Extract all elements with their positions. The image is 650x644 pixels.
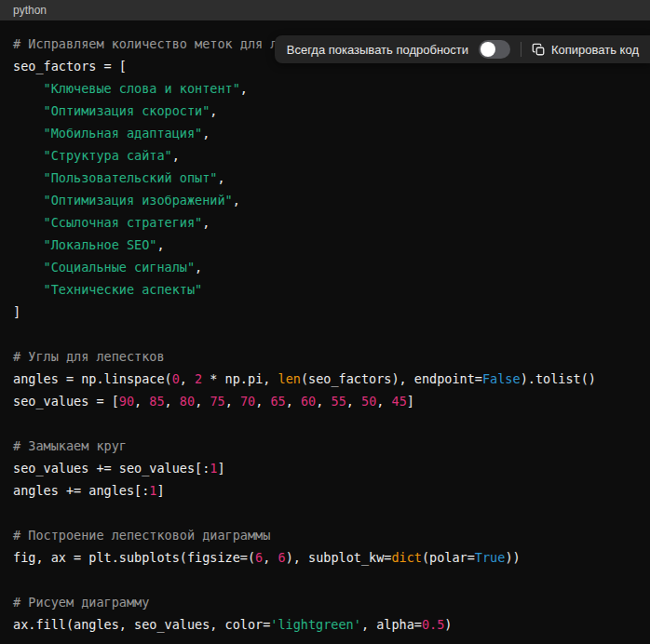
code-token: 0.5 [422, 617, 444, 632]
code-line: "Структура сайта", [13, 144, 637, 167]
code-token: "Технические аспекты" [44, 282, 203, 297]
code-token: "Оптимизация изображений" [44, 193, 233, 208]
code-line: "Ключевые слова и контент", [13, 77, 637, 100]
code-token: )) [505, 550, 520, 565]
code-line: angles += angles[:1] [13, 479, 637, 502]
code-token: angles += angles[: [13, 483, 149, 498]
code-token: "Структура сайта" [44, 148, 172, 163]
code-line: "Оптимизация изображений", [13, 189, 637, 211]
code-token: False [482, 371, 521, 386]
code-token: "Оптимизация скорости" [44, 103, 210, 118]
code-line: # Углы для лепестков [13, 345, 637, 368]
code-token: , [165, 394, 180, 409]
code-token: # Замыкаем круг [13, 438, 127, 453]
code-token [13, 81, 44, 96]
code-token: , [263, 550, 278, 565]
code-token: seo_values += seo_values[: [13, 461, 210, 476]
code-token: , [286, 394, 301, 409]
code-token: 70 [240, 394, 255, 409]
code-line: fig, ax = plt.subplots(figsize=(6, 6), s… [13, 546, 637, 569]
code-editor: # Исправляем количество меток для лепест… [0, 20, 650, 636]
code-token: 55 [332, 394, 346, 409]
code-line [13, 412, 637, 435]
code-token: , [316, 394, 331, 409]
code-token: "Пользовательский опыт" [44, 170, 218, 185]
code-token: # Построение лепестковой диаграммы [13, 528, 270, 543]
code-block: python # Исправляем количество меток для… [0, 0, 650, 644]
toggle-knob [481, 42, 495, 57]
code-token: 75 [210, 394, 224, 409]
code-line: "Пользовательский опыт", [13, 167, 637, 189]
code-token [13, 148, 44, 163]
code-line: ax.fill(angles, seo_values, color='light… [13, 613, 637, 636]
code-token: 60 [301, 394, 316, 409]
code-line [13, 323, 637, 345]
code-token: # Рисуем диаграмму [13, 595, 149, 610]
code-token: , [233, 193, 240, 208]
code-token: , [180, 371, 195, 386]
code-token: , [134, 394, 149, 409]
code-token: "Ключевые слова и контент" [44, 81, 240, 96]
code-block-header: python [0, 0, 650, 20]
code-token: "Ссылочная стратегия" [44, 215, 203, 230]
code-token [13, 170, 44, 185]
copy-icon [532, 43, 546, 57]
code-token: 6 [255, 550, 263, 565]
code-token [13, 193, 44, 208]
code-token: , [255, 394, 270, 409]
code-line: "Оптимизация скорости", [13, 100, 637, 122]
code-token: "Мобильная адаптация" [44, 126, 203, 141]
code-token [13, 103, 44, 118]
toolbar-divider [521, 42, 521, 57]
code-token: (seo_factors), endpoint= [301, 371, 482, 386]
code-token: * np.pi, [202, 371, 278, 386]
code-token: ] [13, 304, 20, 319]
code-token: 'lightgreen' [270, 617, 361, 632]
code-line: angles = np.linspace(0, 2 * np.pi, len(s… [13, 368, 637, 390]
code-token: angles = np.linspace( [13, 371, 172, 386]
code-token: , [202, 215, 210, 230]
copy-code-button[interactable]: Копировать код [532, 43, 639, 57]
code-line: # Построение лепестковой диаграммы [13, 524, 637, 546]
code-token: (polar= [422, 550, 475, 565]
code-token: seo_values = [ [13, 394, 119, 409]
code-token: , [346, 394, 361, 409]
code-token: fig, ax = plt.subplots(figsize=( [13, 550, 255, 565]
code-token: , [210, 103, 217, 118]
code-token: ] [407, 394, 414, 409]
code-token: dict [391, 550, 422, 565]
code-token: , [195, 394, 210, 409]
code-token: , [225, 394, 240, 409]
code-token: ax.fill(angles, seo_values, color= [13, 617, 270, 632]
code-token: ).tolist() [521, 371, 596, 386]
code-token: "Локальное SEO" [44, 237, 157, 252]
code-token: , [217, 170, 224, 185]
code-token: True [475, 550, 506, 565]
code-line: seo_values += seo_values[:1] [13, 457, 637, 479]
code-line: "Ссылочная стратегия", [13, 211, 637, 234]
code-token: , [202, 126, 210, 141]
code-line: # Рисуем диаграмму [13, 591, 637, 613]
code-token: , [376, 394, 391, 409]
code-language-label: python [13, 5, 47, 16]
code-line: "Локальное SEO", [13, 234, 637, 256]
code-toolbar: Всегда показывать подробности Копировать… [275, 35, 650, 63]
code-token: ] [156, 483, 164, 498]
code-token: 85 [149, 394, 164, 409]
code-token: ) [444, 617, 452, 632]
code-token: len [278, 371, 301, 386]
code-token: "Социальные сигналы" [44, 260, 196, 275]
always-show-details-label: Всегда показывать подробности [287, 43, 468, 57]
code-token [13, 237, 44, 252]
code-token: # Углы для лепестков [13, 349, 165, 364]
code-line [13, 569, 637, 591]
code-line: # Замыкаем круг [13, 435, 637, 457]
always-show-details-toggle[interactable] [479, 40, 510, 59]
code-line: "Социальные сигналы", [13, 256, 637, 278]
code-token: , [172, 148, 180, 163]
code-line: ] [13, 301, 637, 323]
code-line [13, 502, 637, 524]
code-token: , alpha= [361, 617, 422, 632]
code-token [13, 126, 44, 141]
code-token: , [240, 81, 248, 96]
